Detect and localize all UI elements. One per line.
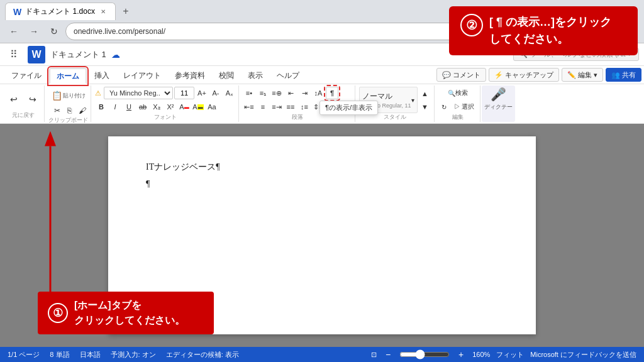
cut-button[interactable]: ✂	[52, 105, 63, 116]
ribbon-actions: 💬 コメント ⚡ キャッチアップ ✏️ 編集 ▾ 👥 共有	[434, 66, 644, 84]
share-icon: 👥	[611, 71, 620, 79]
catchup-button[interactable]: ⚡ キャッチアップ	[489, 68, 559, 82]
tab-review[interactable]: 校閲	[213, 67, 240, 84]
multilevel-button[interactable]: ≡⊕	[270, 87, 283, 99]
annotation-2-number: ②	[460, 14, 483, 36]
zoom-out-button[interactable]: −	[383, 349, 393, 359]
align-center-button[interactable]: ≡	[257, 101, 269, 113]
comment-button[interactable]: 💬 コメント	[436, 68, 486, 82]
word-logo: W	[28, 46, 45, 63]
highlight-button[interactable]: A▬	[192, 101, 204, 113]
tab-file[interactable]: ファイル	[5, 67, 48, 84]
apps-grid-button[interactable]: ⠿	[5, 46, 23, 63]
zoom-in-button[interactable]: +	[456, 349, 466, 359]
forward-button[interactable]: →	[25, 23, 43, 40]
back-button[interactable]: ←	[5, 23, 23, 40]
ribbon-tabs: ファイル ホーム 挿入 レイアウト 参考資料 校閲 表示	[0, 66, 434, 84]
word-count: 8 単語	[50, 350, 69, 359]
line-spacing-button[interactable]: ↕≡	[298, 101, 311, 113]
align-right-button[interactable]: ≡⇥	[270, 101, 283, 113]
copy-button[interactable]: ⎘	[64, 105, 75, 116]
para-mark-container: ¶ ¶の表示/非表示	[326, 87, 338, 99]
strikethrough-button[interactable]: ab	[136, 101, 149, 113]
save-to-cloud-icon[interactable]: ☁	[111, 50, 120, 60]
annotation-2-line1: [ ¶ の表示…]をクリック	[489, 14, 611, 31]
font-color-button[interactable]: A▬	[178, 101, 191, 113]
paste-button[interactable]: 📋 貼り付け	[49, 87, 88, 104]
reload-button[interactable]: ↻	[45, 23, 63, 40]
bullets-button[interactable]: ≡•	[243, 87, 255, 99]
format-painter-icon: 🖌	[79, 106, 86, 115]
tab-close-button[interactable]: ✕	[99, 8, 108, 16]
copy-icon: ⎘	[67, 106, 72, 115]
font-case-button[interactable]: Aa	[206, 101, 218, 113]
tab-title: ドキュメント 1.docx	[25, 6, 95, 17]
tab-view[interactable]: 表示	[242, 67, 269, 84]
feedback-link[interactable]: Microsoft にフィードバックを送信	[530, 350, 636, 359]
superscript-button[interactable]: X²	[164, 101, 177, 113]
word-tab-icon: W	[13, 7, 21, 17]
annotation-box-2: ② [ ¶ の表示…]をクリック してください。	[449, 6, 638, 55]
decrease-indent-button[interactable]: ⇤	[284, 87, 297, 99]
tab-layout[interactable]: レイアウト	[117, 67, 167, 84]
increase-indent-button[interactable]: ⇥	[298, 87, 311, 99]
document-title: ドキュメント 1	[50, 49, 106, 60]
edit-button[interactable]: ✏️ 編集 ▾	[562, 68, 603, 82]
clear-format-button[interactable]: Aₓ	[223, 87, 236, 99]
search-button[interactable]: 🔍 検索	[445, 87, 471, 99]
replace-button[interactable]: ↻	[438, 101, 450, 113]
clipboard-group: 📋 貼り付け ✂ ⎘ 🖌	[46, 85, 91, 122]
comment-icon: 💬	[442, 71, 451, 79]
browser-tab[interactable]: W ドキュメント 1.docx ✕	[5, 3, 116, 20]
paragraph-group-label: 段落	[292, 113, 303, 123]
justify-button[interactable]: ≡≡	[284, 101, 297, 113]
subscript-button[interactable]: X₂	[150, 101, 163, 113]
editing-group-label: 編集	[452, 113, 464, 123]
undo-button[interactable]: ↩	[5, 90, 23, 108]
annotation-1-text: [ホーム]タブを クリックしてください。	[74, 298, 185, 328]
chevron-down-icon: ▾	[594, 71, 597, 79]
sort-button[interactable]: ↕A	[312, 87, 325, 99]
styles-up-button[interactable]: ▲	[419, 87, 431, 100]
tab-references[interactable]: 参考資料	[169, 67, 211, 84]
undo-group-label: 元に戻す	[12, 111, 35, 121]
annotation-1-line1: [ホーム]タブを	[74, 298, 185, 313]
fit-button[interactable]: フィット	[496, 350, 524, 359]
styles-down-button[interactable]: ▼	[419, 101, 431, 113]
font-size-increase-button[interactable]: A+	[196, 87, 208, 99]
align-left-button[interactable]: ⇤≡	[243, 101, 255, 113]
styles-dropdown-icon[interactable]: ▾	[411, 97, 414, 104]
italic-button[interactable]: I	[109, 101, 121, 113]
font-group: ⚠ Yu Mincho Reg... A+ A- Aₓ B I U ab	[92, 85, 239, 122]
redo-button[interactable]: ↪	[24, 90, 42, 108]
share-button[interactable]: 👥 共有	[606, 68, 641, 82]
bold-button[interactable]: B	[95, 101, 108, 113]
select-button[interactable]: ▷ 選択	[451, 101, 478, 113]
new-tab-button[interactable]: +	[118, 4, 133, 19]
page-info: 1/1 ページ	[8, 350, 40, 359]
tab-home[interactable]: ホーム	[49, 68, 87, 84]
tab-help[interactable]: ヘルプ	[270, 67, 306, 84]
para-mark-tooltip: ¶の表示/非表示	[319, 101, 378, 115]
font-size-input[interactable]	[174, 87, 194, 99]
styles-group-label: スタイル	[384, 113, 406, 123]
font-name-select[interactable]: Yu Mincho Reg...	[104, 87, 173, 99]
cut-icon: ✂	[54, 106, 60, 115]
underline-button[interactable]: U	[123, 101, 135, 113]
zoom-slider[interactable]	[399, 349, 450, 359]
status-right: ⊡ − + 160% フィット Microsoft にフィードバックを送信	[371, 349, 636, 359]
status-bar: 1/1 ページ 8 単語 日本語 予測入力: オン エディターの候補: 表示 ⊡…	[0, 347, 644, 362]
page-icon: ⊡	[371, 351, 377, 359]
font-group-label: フォント	[154, 113, 177, 123]
format-painter-button[interactable]: 🖌	[77, 105, 88, 116]
tab-insert[interactable]: 挿入	[88, 67, 116, 84]
ribbon: ファイル ホーム 挿入 レイアウト 参考資料 校閲 表示	[0, 66, 644, 124]
font-size-decrease-button[interactable]: A-	[209, 87, 222, 99]
editing-group: 🔍 検索 ↻ ▷ 選択 編集	[436, 85, 481, 122]
annotation-1-line2: クリックしてください。	[74, 313, 185, 328]
app-container: W ドキュメント 1.docx ✕ + ← → ↻ onedrive.live.…	[0, 0, 644, 362]
dictate-group: 🎤 ディクテー	[482, 85, 515, 122]
paragraph-marks-button[interactable]: ¶	[326, 87, 338, 99]
dictate-label: ディクテー	[484, 103, 513, 111]
numbering-button[interactable]: ≡₁	[257, 87, 269, 99]
